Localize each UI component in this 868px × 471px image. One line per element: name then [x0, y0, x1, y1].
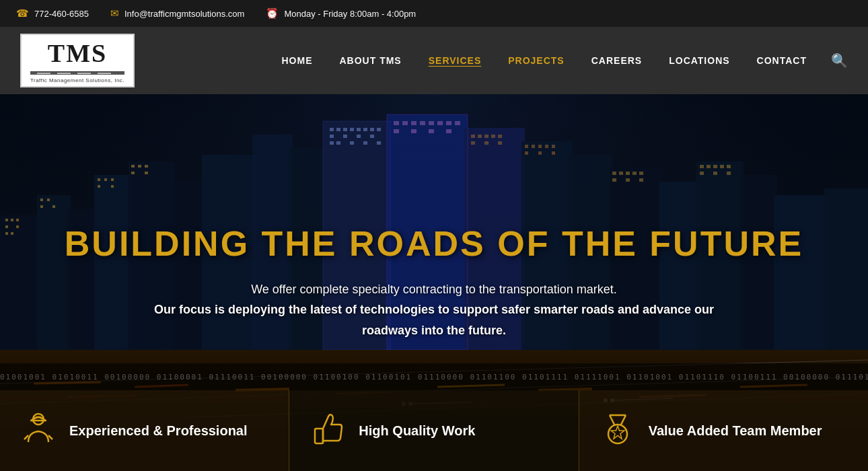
binary-bar: 01001001 01010011 00100000 01100001 0111…: [0, 363, 868, 390]
phone-item[interactable]: ☎ 772-460-6585: [16, 7, 89, 20]
feature-experienced: Experienced & Professional: [0, 390, 289, 471]
svg-rect-5: [98, 73, 111, 74]
hero-subtitle-line1: We offer complete specialty contracting …: [251, 283, 617, 296]
logo[interactable]: TMS Traffic Management Solutions, Inc.: [20, 34, 135, 87]
navigation: HOME ABOUT TMS SERVICES PROJECTS CAREERS…: [268, 52, 848, 69]
clock-icon: ⏰: [266, 7, 279, 20]
feature-quality: High Quality Work: [289, 390, 579, 471]
nav-projects[interactable]: PROJECTS: [495, 55, 577, 66]
svg-rect-138: [315, 429, 323, 443]
feature-cards: Experienced & Professional High Quality …: [0, 390, 868, 471]
svg-rect-1: [30, 71, 124, 72]
nav-contact[interactable]: CONTACT: [744, 55, 820, 66]
medal-icon: [600, 410, 637, 452]
nav-locations[interactable]: LOCATIONS: [655, 55, 743, 66]
hero-section: BUILDING THE ROADS OF THE FUTURE We offe…: [0, 94, 868, 471]
svg-line-142: [621, 415, 626, 425]
email-icon: ✉: [110, 7, 119, 20]
hero-subtitle-line2: Our focus is deploying the latest of tec…: [154, 303, 714, 337]
svg-rect-4: [77, 73, 91, 74]
nav-home[interactable]: HOME: [268, 55, 326, 66]
logo-text-main: TMS: [30, 38, 124, 68]
phone-number: 772-460-6585: [34, 9, 89, 19]
svg-rect-3: [57, 73, 71, 74]
nav-careers[interactable]: CAREERS: [578, 55, 655, 66]
logo-text-sub: Traffic Management Solutions, Inc.: [30, 77, 124, 83]
feature-value-label: Value Added Team Member: [649, 422, 822, 439]
thumbsup-icon: [310, 410, 347, 452]
phone-icon: ☎: [16, 7, 29, 20]
feature-value: Value Added Team Member: [579, 390, 868, 471]
header: TMS Traffic Management Solutions, Inc. H…: [0, 27, 868, 94]
logo-road-graphic: [30, 69, 124, 77]
email-address: Info@trafficmgmtsolutions.com: [124, 9, 244, 19]
hours-item: ⏰ Monday - Friday 8:00am - 4:00pm: [266, 7, 416, 20]
worker-icon: [20, 410, 57, 452]
search-icon[interactable]: 🔍: [831, 52, 848, 69]
feature-quality-label: High Quality Work: [359, 422, 475, 439]
nav-about[interactable]: ABOUT TMS: [326, 55, 414, 66]
binary-text: 01001001 01010011 00100000 01100001 0111…: [0, 373, 868, 382]
hero-subtitle: We offer complete specialty contracting …: [131, 279, 737, 341]
hero-title: BUILDING THE ROADS OF THE FUTURE: [65, 225, 803, 263]
svg-rect-2: [37, 73, 50, 74]
svg-line-136: [24, 435, 28, 439]
business-hours: Monday - Friday 8:00am - 4:00pm: [284, 9, 416, 19]
svg-line-137: [48, 435, 52, 439]
svg-marker-140: [611, 426, 624, 439]
email-item[interactable]: ✉ Info@trafficmgmtsolutions.com: [110, 7, 244, 20]
feature-experienced-label: Experienced & Professional: [69, 422, 248, 439]
svg-line-141: [610, 415, 614, 425]
topbar: ☎ 772-460-6585 ✉ Info@trafficmgmtsolutio…: [0, 0, 868, 27]
nav-services[interactable]: SERVICES: [415, 55, 495, 66]
